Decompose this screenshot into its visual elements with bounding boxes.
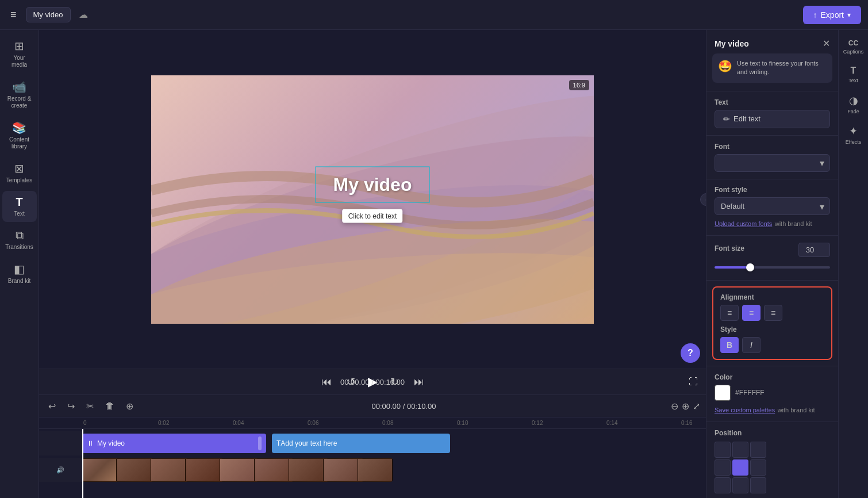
font-size-slider[interactable] [715, 266, 830, 269]
menu-icon[interactable]: ≡ [7, 5, 20, 24]
ruler-mark-4: 0:04 [232, 420, 306, 426]
cloud-save-icon[interactable]: ☁ [79, 9, 88, 20]
font-select-wrapper [715, 154, 830, 172]
far-right-text[interactable]: T Text [840, 61, 867, 89]
align-right-button[interactable]: ≡ [764, 305, 782, 321]
right-panel: My video ✕ 🤩 Use text to finesse your fo… [706, 30, 838, 498]
track-list: ⏸ My video T Add your text here [39, 429, 706, 498]
rewind-button[interactable]: ↺ [344, 373, 358, 390]
sidebar-item-record-create[interactable]: 📹 Record & create [2, 75, 37, 114]
position-label: Position [715, 429, 830, 437]
italic-button[interactable]: I [742, 337, 761, 353]
tip-box: 🤩 Use text to finesse your fonts and wri… [712, 53, 832, 83]
left-sidebar: ⊞ Your media 📹 Record & create 📚 Content… [0, 30, 39, 498]
font-section: Font [706, 138, 838, 177]
save-custom-palettes-link[interactable]: Save custom palettes [715, 407, 775, 413]
align-left-button[interactable]: ≡ [720, 305, 739, 321]
font-style-select[interactable]: Default [715, 197, 830, 215]
far-right-captions[interactable]: CC Captions [840, 35, 867, 60]
align-center-button[interactable]: ≡ [742, 305, 761, 321]
sidebar-item-templates[interactable]: ⊠ Templates [2, 157, 37, 189]
project-title[interactable]: My video [26, 7, 71, 22]
panel-collapse-button[interactable]: ‹ [700, 193, 706, 206]
font-size-input[interactable] [798, 243, 830, 257]
sidebar-item-text[interactable]: T Text [2, 191, 37, 222]
video-track-content[interactable]: ⏸ My video T Add your text here [82, 431, 706, 455]
divider-2 [706, 135, 838, 136]
thumb-7 [289, 459, 324, 481]
sidebar-label-transitions: Transitions [5, 244, 33, 251]
pos-mid-left[interactable] [715, 459, 731, 476]
upload-custom-fonts-link[interactable]: Upload custom fonts [715, 220, 772, 227]
sidebar-item-content-library[interactable]: 📚 Content library [2, 116, 37, 155]
zoom-in-button[interactable]: ⊕ [682, 401, 689, 412]
text-clip[interactable]: T Add your text here [272, 434, 450, 453]
font-style-section: Font style Default Upload custom fonts w… [706, 181, 838, 233]
redo-button[interactable]: ↪ [64, 399, 78, 414]
timeline-tracks: ⏸ My video T Add your text here [39, 429, 706, 498]
font-select[interactable] [715, 154, 830, 172]
duplicate-button[interactable]: ⊕ [122, 399, 137, 414]
sidebar-item-brand-kit[interactable]: ◧ Brand kit [2, 258, 37, 289]
pos-bot-center[interactable] [732, 477, 748, 493]
forward-button[interactable]: ↻ [388, 373, 401, 390]
divider-5 [706, 280, 838, 281]
ruler-mark-10: 0:10 [456, 420, 531, 426]
bold-button[interactable]: B [720, 337, 739, 353]
edit-text-button[interactable]: ✏ Edit text [715, 110, 830, 128]
color-section: Color #FFFFFF Save custom palettes with … [706, 369, 838, 419]
zoom-fit-button[interactable]: ⤢ [693, 401, 700, 412]
skip-back-button[interactable]: ⏮ [319, 374, 334, 390]
content-library-icon: 📚 [12, 121, 26, 135]
templates-icon: ⊠ [14, 162, 24, 175]
help-button[interactable]: ? [681, 343, 700, 363]
ruler-mark-14: 0:14 [605, 420, 680, 426]
canvas-title-text[interactable]: My video [333, 174, 412, 194]
play-button[interactable]: ▶ [368, 374, 378, 389]
canvas-area: 16:9 My video Click to edit text ‹ [39, 30, 706, 498]
skip-forward-button[interactable]: ⏭ [412, 374, 427, 390]
timeline: ↩ ↪ ✂ 🗑 ⊕ 00:00.00 / 00:10.00 ⊖ ⊕ ⤢ 0 0:… [39, 394, 706, 498]
video-clip-drag-handle[interactable] [258, 436, 262, 450]
pos-top-right[interactable] [750, 442, 766, 458]
pos-mid-center[interactable] [732, 459, 748, 476]
export-button[interactable]: ↑ Export ▾ [803, 6, 861, 24]
video-clip-icon: ⏸ [87, 439, 94, 447]
edit-text-label: Edit text [733, 114, 761, 123]
undo-button[interactable]: ↩ [45, 399, 59, 414]
canvas-frame[interactable]: 16:9 My video Click to edit text [151, 75, 594, 324]
cut-button[interactable]: ✂ [83, 399, 97, 414]
divider-7 [706, 422, 838, 422]
thumbnail-track-content[interactable] [82, 458, 706, 482]
alignment-style-section: Alignment ≡ ≡ ≡ Style B I [712, 286, 832, 360]
far-right-effects[interactable]: ✦ Effects [840, 120, 867, 150]
pos-top-left[interactable] [715, 442, 731, 458]
pos-bot-left[interactable] [715, 477, 731, 493]
ruler-mark-6: 0:06 [306, 420, 381, 426]
text-clip-label: Add your text here [281, 439, 337, 447]
fullscreen-button[interactable]: ⛶ [689, 377, 698, 387]
thumb-2 [117, 459, 151, 481]
timeline-ruler: 0 0:02 0:04 0:06 0:08 0:10 0:12 0:14 0:1… [39, 417, 706, 429]
style-buttons: B I [720, 337, 824, 353]
text-section-label: Text [715, 98, 830, 106]
click-to-edit-tooltip[interactable]: Click to edit text [343, 209, 403, 223]
sidebar-item-your-media[interactable]: ⊞ Your media [2, 35, 37, 73]
your-media-icon: ⊞ [14, 39, 24, 53]
far-right-fade[interactable]: ◑ Fade [840, 90, 867, 120]
panel-close-button[interactable]: ✕ [823, 38, 830, 49]
zoom-out-button[interactable]: ⊖ [671, 401, 678, 412]
playback-controls: ⏮ ↺ ▶ ↻ ⏭ 00:00.00 / 00:10.00 ⛶ [39, 369, 706, 394]
text-selection-box[interactable]: My video Click to edit text [316, 166, 430, 202]
pos-top-center[interactable] [732, 442, 748, 458]
pos-bot-right[interactable] [750, 477, 766, 493]
delete-button[interactable]: 🗑 [102, 399, 118, 413]
sidebar-label-brand-kit: Brand kit [8, 278, 30, 285]
canvas-viewport[interactable]: 16:9 My video Click to edit text ‹ [39, 30, 706, 369]
sidebar-label-your-media: Your media [6, 55, 33, 68]
pos-mid-right[interactable] [750, 459, 766, 476]
color-swatch[interactable] [715, 385, 731, 401]
video-clip[interactable]: ⏸ My video [82, 434, 266, 453]
sidebar-item-transitions[interactable]: ⧉ Transitions [2, 224, 37, 255]
export-dropdown-arrow: ▾ [847, 11, 851, 19]
